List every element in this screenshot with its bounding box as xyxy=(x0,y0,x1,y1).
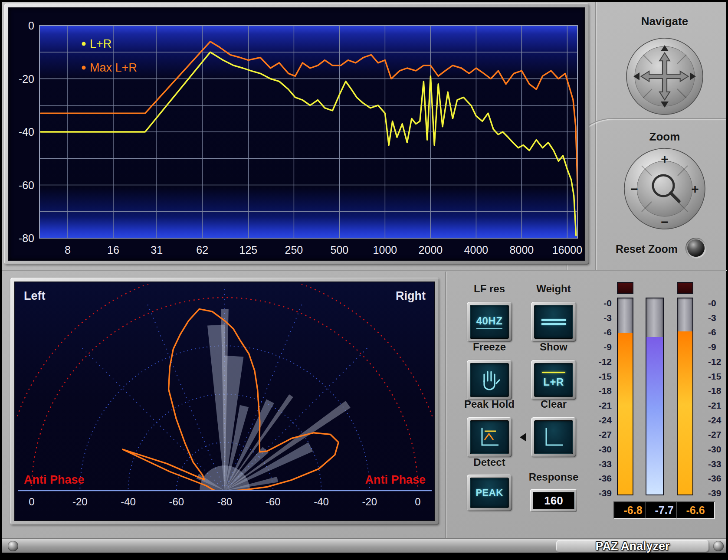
legend-label: Max L+R xyxy=(90,61,137,74)
response-control[interactable]: 160 xyxy=(530,489,577,512)
spectrum-display: 0-20-40-60-80816316212525050010002000400… xyxy=(8,7,585,261)
plugin-title: PAZ Analyzer xyxy=(595,540,669,553)
meter-readout-right[interactable]: -6.6 xyxy=(676,501,715,519)
phase-scale-tick: 0 xyxy=(29,496,34,508)
legend-label: L+R xyxy=(90,37,111,50)
zoom-out-horizontal-mark[interactable]: − xyxy=(630,182,638,196)
lf-res-value: 40HZ xyxy=(476,315,503,329)
legend-dot xyxy=(82,66,86,70)
spectrum-x-tick: 16000 xyxy=(552,244,583,256)
peak-hold-label: Peak Hold xyxy=(455,398,524,410)
detect-label: Detect xyxy=(463,456,515,468)
phase-scale-tick: -60 xyxy=(266,496,281,508)
show-screen: L+R xyxy=(534,363,573,397)
spectrum-x-tick: 500 xyxy=(331,244,349,256)
clip-led-right xyxy=(677,282,693,294)
bottom-bar: PAZ Analyzer xyxy=(2,539,726,553)
response-value: 160 xyxy=(544,494,563,508)
peak-hold-screen xyxy=(470,420,509,454)
weight-label: Weight xyxy=(528,283,580,295)
spectrum-y-tick: 0 xyxy=(28,20,34,32)
show-button[interactable]: L+R xyxy=(531,360,576,400)
spectrum-y-tick: -80 xyxy=(19,232,34,244)
meter-readout-right-value: -6.6 xyxy=(686,504,705,517)
panel-divider-vertical-bottom xyxy=(445,272,446,538)
title-plate: PAZ Analyzer xyxy=(556,540,709,552)
phase-right-label: Right xyxy=(396,289,426,302)
spectrum-x-tick: 4000 xyxy=(464,244,489,256)
phase-scale-tick: -40 xyxy=(121,496,136,508)
detect-value: PEAK xyxy=(475,487,503,498)
clear-axes-icon xyxy=(541,425,566,449)
spectrum-y-tick: -20 xyxy=(19,73,34,85)
freeze-button[interactable] xyxy=(467,360,512,400)
spectrum-graph: 0-20-40-60-80816316212525050010002000400… xyxy=(9,8,584,260)
spectrum-y-tick: -60 xyxy=(19,179,34,191)
peak-hold-icon xyxy=(477,425,502,449)
peak-hold-button[interactable] xyxy=(467,417,512,457)
clear-screen xyxy=(534,420,573,454)
show-value: L+R xyxy=(543,376,564,388)
waves-menu-button-right[interactable] xyxy=(713,541,724,551)
phase-left-label: Left xyxy=(24,289,46,302)
phase-scale-tick: 0 xyxy=(415,496,420,508)
spectrum-x-tick: 8 xyxy=(65,244,71,256)
paz-analyzer-window: 0-20-40-60-80816316212525050010002000400… xyxy=(0,0,728,560)
link-arrow-icon xyxy=(520,433,526,442)
legend-dot xyxy=(82,42,86,46)
response-label: Response xyxy=(519,471,588,483)
anti-phase-left-label: Anti Phase xyxy=(24,473,85,486)
zoom-in-horizontal-mark[interactable]: + xyxy=(691,182,699,196)
navigate-pad[interactable] xyxy=(626,37,704,115)
phase-display-panel: LeftRightAnti PhaseAnti Phase0-20-40-60-… xyxy=(10,278,439,525)
spectrum-x-tick: 1000 xyxy=(373,244,397,256)
anti-phase-right-label: Anti Phase xyxy=(365,473,426,486)
clear-button[interactable] xyxy=(531,417,576,457)
spectrum-x-tick: 62 xyxy=(196,244,208,256)
spectrum-x-tick: 31 xyxy=(151,244,163,256)
zoom-label: Zoom xyxy=(613,130,717,144)
spectrum-x-tick: 8000 xyxy=(510,244,534,256)
phase-scale-tick: -40 xyxy=(314,496,329,508)
reset-zoom-sphere-icon xyxy=(687,239,705,257)
show-label: Show xyxy=(528,341,580,353)
clear-label: Clear xyxy=(528,398,580,410)
weight-screen xyxy=(534,305,573,339)
response-screen: 160 xyxy=(533,492,574,509)
zoom-in-vertical-mark[interactable]: + xyxy=(661,152,669,166)
lf-res-label: LF res xyxy=(463,283,515,295)
zoom-out-vertical-mark[interactable]: − xyxy=(661,215,669,229)
lf-res-button[interactable]: 40HZ xyxy=(467,302,512,342)
spectrum-x-tick: 2000 xyxy=(419,244,443,256)
detect-screen: PEAK xyxy=(470,478,509,508)
reset-zoom-button[interactable] xyxy=(685,238,706,259)
freeze-screen xyxy=(470,363,509,397)
phase-scale-tick: -20 xyxy=(362,496,377,508)
navigate-label: Navigate xyxy=(613,15,717,28)
phase-scale-tick: -60 xyxy=(169,496,184,508)
spectrum-display-panel: 0-20-40-60-80816316212525050010002000400… xyxy=(4,3,589,265)
waves-menu-button-left[interactable] xyxy=(8,541,18,551)
spectrum-x-tick: 125 xyxy=(239,244,258,256)
weight-flat-icon xyxy=(541,317,566,327)
phase-scale-tick: -80 xyxy=(217,496,233,508)
spectrum-y-tick: -40 xyxy=(19,126,34,138)
weight-button[interactable] xyxy=(531,302,576,342)
reset-zoom-label: Reset Zoom xyxy=(607,243,687,255)
detect-button[interactable]: PEAK xyxy=(467,475,512,511)
zoom-pad[interactable]: + + − − xyxy=(623,147,706,230)
meter-readout-mid-value: -7.7 xyxy=(655,504,673,517)
meter-readout-left-value: -6.8 xyxy=(623,504,642,517)
phase-scale-tick: -20 xyxy=(72,496,88,508)
clip-led-left xyxy=(617,282,633,294)
freeze-hand-icon xyxy=(477,368,502,392)
phase-graph: LeftRightAnti PhaseAnti Phase0-20-40-60-… xyxy=(15,282,434,520)
freeze-label: Freeze xyxy=(463,341,515,353)
panel-divider-horizontal xyxy=(2,270,726,271)
lf-res-screen: 40HZ xyxy=(470,305,509,339)
show-yellow-line-icon xyxy=(542,372,565,373)
phase-display: LeftRightAnti PhaseAnti Phase0-20-40-60-… xyxy=(14,282,435,521)
spectrum-x-tick: 16 xyxy=(107,244,119,256)
spectrum-x-tick: 250 xyxy=(285,244,303,256)
